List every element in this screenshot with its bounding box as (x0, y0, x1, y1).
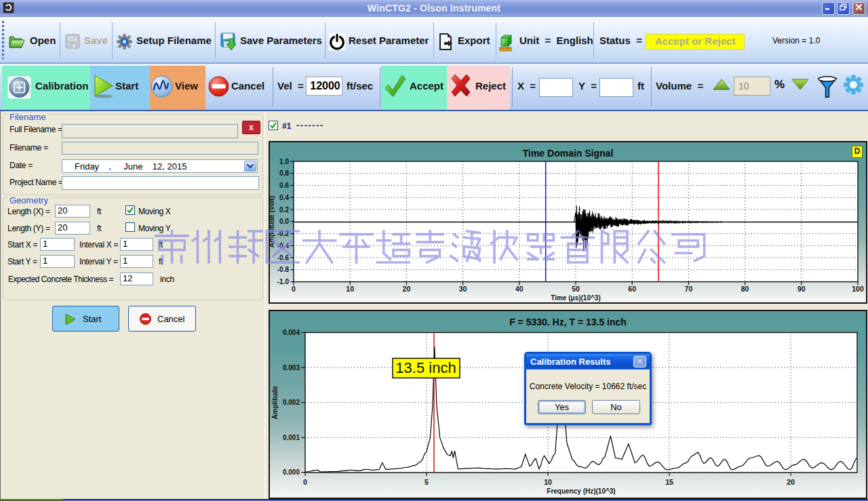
svg-text:10: 10 (544, 478, 552, 486)
svg-text:0.0: 0.0 (279, 218, 289, 225)
svg-text:0.2: 0.2 (279, 206, 289, 214)
svg-text:30: 30 (459, 285, 467, 293)
svg-text:0.001: 0.001 (283, 433, 300, 441)
svg-text:70: 70 (685, 285, 693, 293)
svg-text:90: 90 (797, 285, 806, 293)
svg-text:Time (μs)(10^3): Time (μs)(10^3) (551, 294, 600, 302)
svg-text:-0.8: -0.8 (277, 266, 290, 273)
svg-text:100: 100 (852, 285, 864, 293)
svg-text:5: 5 (425, 478, 429, 486)
svg-text:80: 80 (741, 285, 749, 293)
svg-text:13.5 inch: 13.5 inch (395, 359, 456, 376)
svg-text:-0.2: -0.2 (277, 230, 290, 237)
svg-text:10: 10 (346, 285, 354, 293)
svg-text:0: 0 (303, 478, 307, 486)
svg-text:20: 20 (403, 285, 411, 293)
svg-text:0.000: 0.000 (283, 468, 300, 476)
svg-text:0.003: 0.003 (283, 363, 300, 371)
svg-text:-1.0: -1.0 (277, 278, 290, 285)
svg-text:0.002: 0.002 (283, 399, 300, 406)
svg-text:0.8: 0.8 (279, 169, 289, 177)
svg-text:0.004: 0.004 (283, 329, 300, 336)
svg-text:-0.4: -0.4 (277, 242, 290, 249)
svg-text:-0.6: -0.6 (277, 254, 290, 262)
svg-text:0: 0 (292, 285, 296, 293)
svg-text:60: 60 (628, 285, 636, 293)
svg-text:0.4: 0.4 (279, 194, 289, 201)
svg-text:Amplitude (Volt): Amplitude (Volt) (270, 196, 275, 247)
svg-text:15: 15 (665, 478, 673, 486)
svg-text:Frequency (Hz)(10^3): Frequency (Hz)(10^3) (547, 487, 615, 495)
svg-text:1.0: 1.0 (279, 158, 289, 165)
svg-text:50: 50 (572, 285, 580, 293)
svg-text:0.6: 0.6 (279, 182, 289, 189)
svg-text:Amplitude: Amplitude (271, 386, 279, 419)
svg-text:20: 20 (787, 478, 795, 486)
svg-text:40: 40 (515, 285, 524, 293)
